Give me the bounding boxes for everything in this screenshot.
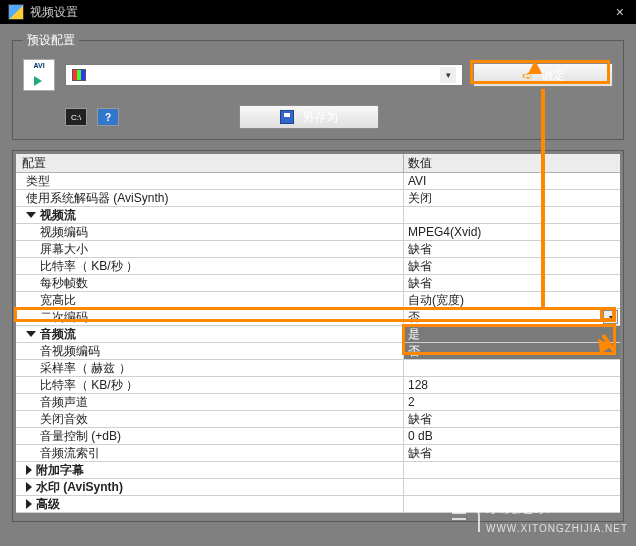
table-row[interactable]: 宽高比自动(宽度): [16, 292, 620, 309]
row-value: 是: [408, 326, 420, 343]
row-label: 高级: [36, 496, 60, 513]
row-label: 附加字幕: [36, 462, 84, 479]
row-value: 缺省: [408, 241, 432, 258]
row-label: 二次编码: [40, 309, 88, 326]
window-title: 视频设置: [30, 4, 78, 21]
table-row[interactable]: 附加字幕: [16, 462, 620, 479]
table-row[interactable]: 采样率（ 赫兹 ）: [16, 360, 620, 377]
row-label: 宽高比: [40, 292, 76, 309]
row-label: 音视频编码: [40, 343, 100, 360]
table-row[interactable]: 视频编码MPEG4(Xvid): [16, 224, 620, 241]
row-label: 关闭音效: [40, 411, 88, 428]
table-row[interactable]: 音视频编码否: [16, 343, 620, 360]
table-row[interactable]: 水印 (AviSynth): [16, 479, 620, 496]
table-row[interactable]: 音量控制 (+dB)0 dB: [16, 428, 620, 445]
row-value: MPEG4(Xvid): [408, 225, 481, 239]
cell-dropdown-icon[interactable]: ▾: [603, 310, 618, 324]
triangle-right-icon[interactable]: [26, 499, 32, 509]
row-label: 音频声道: [40, 394, 88, 411]
row-value: 128: [408, 378, 428, 392]
table-row[interactable]: 关闭音效缺省: [16, 411, 620, 428]
row-value: 缺省: [408, 275, 432, 292]
row-label: 屏幕大小: [40, 241, 88, 258]
table-row[interactable]: 视频流: [16, 207, 620, 224]
grid-header: 配置 数值: [16, 154, 620, 173]
table-row[interactable]: 二次编码否▾: [16, 309, 620, 326]
row-value: 缺省: [408, 258, 432, 275]
row-label: 视频流: [40, 207, 76, 224]
table-row[interactable]: 类型AVI: [16, 173, 620, 190]
row-label: 每秒帧数: [40, 275, 88, 292]
row-label: 音频流索引: [40, 445, 100, 462]
table-row[interactable]: 屏幕大小缺省: [16, 241, 620, 258]
row-label: 音频流: [40, 326, 76, 343]
table-row[interactable]: 音频声道2: [16, 394, 620, 411]
preset-fieldset: 预设配置 AVI 高质里和大小 ▾ ➪ 确定 C:\ ? 另存为: [12, 32, 624, 140]
row-value: 缺省: [408, 445, 432, 462]
video-strip-icon: [72, 69, 86, 81]
help-icon[interactable]: ?: [97, 108, 119, 126]
save-as-button[interactable]: 另存为: [239, 105, 379, 129]
app-icon: [8, 4, 24, 20]
triangle-right-icon[interactable]: [26, 482, 32, 492]
table-row[interactable]: 使用系统解码器 (AviSynth)关闭: [16, 190, 620, 207]
table-row[interactable]: 音频流索引缺省: [16, 445, 620, 462]
titlebar: 视频设置 ×: [0, 0, 636, 24]
commandline-icon[interactable]: C:\: [65, 108, 87, 126]
header-config: 配置: [16, 154, 404, 172]
config-grid: 配置 数值 类型AVI使用系统解码器 (AviSynth)关闭视频流视频编码MP…: [16, 154, 620, 513]
row-label: 水印 (AviSynth): [36, 479, 123, 496]
table-row[interactable]: 比特率（ KB/秒 ）128: [16, 377, 620, 394]
row-value: 否: [408, 343, 420, 360]
table-row[interactable]: 每秒帧数缺省: [16, 275, 620, 292]
triangle-right-icon[interactable]: [26, 465, 32, 475]
saveas-label: 另存为: [302, 109, 338, 126]
triangle-down-icon[interactable]: [26, 212, 36, 218]
row-value: 缺省: [408, 411, 432, 428]
row-value: 自动(宽度): [408, 292, 464, 309]
avi-file-icon: AVI: [23, 59, 55, 91]
preset-legend: 预设配置: [23, 32, 79, 49]
floppy-disk-icon: [280, 110, 294, 124]
row-label: 音量控制 (+dB): [40, 428, 121, 445]
row-value: 0 dB: [408, 429, 433, 443]
row-label: 视频编码: [40, 224, 88, 241]
close-icon[interactable]: ×: [612, 4, 628, 20]
preset-select[interactable]: 高质里和大小 ▾: [65, 64, 463, 86]
ok-button[interactable]: ➪ 确定: [473, 63, 613, 87]
triangle-down-icon[interactable]: [26, 331, 36, 337]
row-label: 使用系统解码器 (AviSynth): [26, 190, 168, 207]
row-label: 比特率（ KB/秒 ）: [40, 377, 138, 394]
preset-selected-label: 高质里和大小: [92, 67, 164, 84]
row-value: 否: [408, 309, 420, 326]
row-label: 采样率（ 赫兹 ）: [40, 360, 131, 377]
row-label: 类型: [26, 173, 50, 190]
ok-label: 确定: [541, 67, 565, 84]
table-row[interactable]: 音频流是: [16, 326, 620, 343]
table-row[interactable]: 高级: [16, 496, 620, 513]
row-label: 比特率（ KB/秒 ）: [40, 258, 138, 275]
row-value: AVI: [408, 174, 426, 188]
row-value: 2: [408, 395, 415, 409]
header-value: 数值: [404, 154, 620, 172]
row-value: 关闭: [408, 190, 432, 207]
table-row[interactable]: 比特率（ KB/秒 ）缺省: [16, 258, 620, 275]
config-fieldset: 配置 数值 类型AVI使用系统解码器 (AviSynth)关闭视频流视频编码MP…: [12, 150, 624, 522]
chevron-down-icon[interactable]: ▾: [440, 67, 456, 83]
